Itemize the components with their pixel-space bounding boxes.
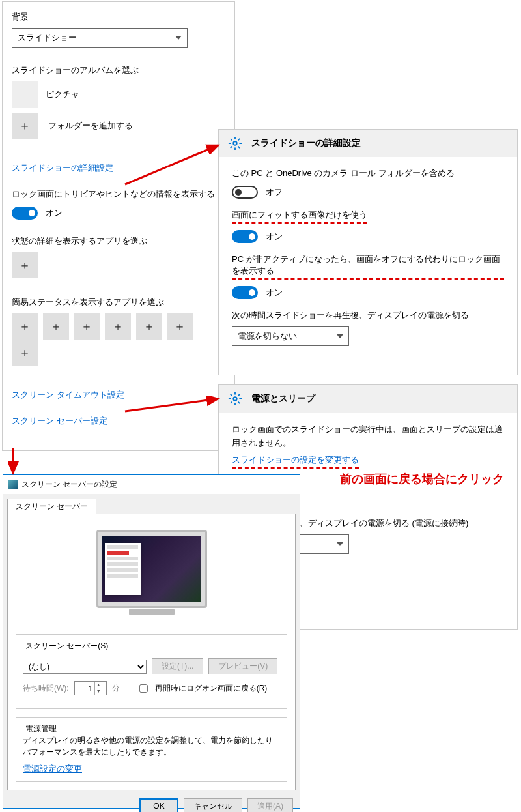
trivia-label: ロック画面にトリビアやヒントなどの情報を表示する [12, 188, 225, 200]
spin-up[interactable]: ▲ [95, 682, 102, 688]
advanced-header: スライドショーの詳細設定 [219, 130, 517, 157]
wait-input[interactable] [75, 682, 94, 695]
add-status-app-1[interactable]: ＋ [12, 313, 38, 340]
power-title: 電源とスリープ [251, 393, 315, 405]
add-status-app-5[interactable]: ＋ [136, 313, 162, 340]
svg-point-0 [233, 141, 237, 145]
album-thumbnail[interactable] [12, 81, 38, 108]
monitor-preview [96, 530, 207, 608]
opt2-state: オン [266, 231, 283, 242]
opt1-toggle[interactable] [232, 186, 258, 199]
change-slideshow-link[interactable]: スライドショーの設定を変更する [232, 454, 359, 469]
opt2-label: 画面にフィットする画像だけを使う [232, 209, 367, 224]
wait-spinner[interactable]: ▲▼ [74, 681, 107, 695]
opt2-toggle[interactable] [232, 230, 258, 243]
spin-down[interactable]: ▼ [95, 688, 102, 695]
background-value: スライドショー [18, 32, 77, 44]
album-label: スライドショーのアルバムを選ぶ [12, 65, 225, 76]
simple-status-label: 簡易ステータスを表示するアプリを選ぶ [12, 297, 225, 308]
apps-label: 状態の詳細を表示するアプリを選ぶ [12, 235, 225, 247]
opt4-dropdown[interactable]: 電源を切らない [232, 326, 349, 346]
power-header: 電源とスリープ [219, 385, 517, 413]
chevron-down-icon [337, 542, 343, 546]
apply-button[interactable]: 適用(A) [247, 798, 293, 812]
power-note: ロック画面でのスライドショーの実行中は、画面とスリープの設定は適用されません。 [232, 423, 504, 450]
pm-title: 電源管理 [23, 723, 59, 734]
screen-saver-link[interactable]: スクリーン セーバー設定 [12, 415, 225, 427]
opt1-label: この PC と OneDrive のカメラ ロール フォルダーを含める [232, 167, 504, 179]
background-label: 背景 [12, 11, 225, 23]
settings-button[interactable]: 設定(T)... [152, 658, 203, 674]
add-status-app-7[interactable]: ＋ [12, 340, 38, 366]
wait-unit: 分 [112, 683, 120, 694]
pm-link[interactable]: 電源設定の変更 [23, 764, 82, 774]
svg-point-1 [233, 397, 237, 401]
resume-label: 再開時にログオン画面に戻る(R) [155, 683, 268, 694]
opt3-toggle[interactable] [232, 286, 258, 299]
opt1-state: オフ [266, 186, 283, 198]
opt3-state: オン [266, 287, 283, 298]
wait-label: 待ち時間(W): [23, 683, 69, 694]
slideshow-advanced-link[interactable]: スライドショーの詳細設定 [12, 162, 225, 174]
add-status-app-4[interactable]: ＋ [105, 313, 131, 340]
album-item-label: ピクチャ [46, 89, 79, 100]
ok-button[interactable]: OK [139, 798, 178, 812]
trivia-toggle[interactable] [12, 207, 38, 220]
add-status-app-6[interactable]: ＋ [167, 313, 193, 340]
add-app-button[interactable]: ＋ [12, 252, 38, 278]
gear-icon [228, 136, 242, 151]
red-annotation: 前の画面に戻る場合にクリック [340, 472, 504, 486]
advanced-title: スライドショーの詳細設定 [251, 138, 361, 149]
tab-screensaver[interactable]: スクリーン セーバー [7, 499, 96, 514]
add-status-app-3[interactable]: ＋ [74, 313, 100, 340]
background-dropdown[interactable]: スライドショー [12, 28, 188, 48]
opt4-label: 次の時間スライドショーを再生後、ディスプレイの電源を切る [232, 310, 504, 321]
pm-text: ディスプレイの明るさや他の電源の設定を調整して、電力を節約したりパフォーマンスを… [23, 734, 280, 758]
resume-checkbox[interactable] [139, 684, 148, 693]
opt4-value: 電源を切らない [238, 330, 297, 342]
add-folder-label: フォルダーを追加する [48, 120, 133, 132]
gear-icon [228, 392, 242, 406]
saver-group-title: スクリーン セーバー(S) [23, 641, 111, 652]
dialog-icon [8, 480, 18, 489]
chevron-down-icon [337, 334, 343, 338]
trivia-toggle-state: オン [46, 207, 63, 219]
chevron-down-icon [175, 36, 182, 40]
dialog-titlebar: スクリーン セーバーの設定 [3, 475, 300, 494]
preview-button[interactable]: プレビュー(V) [208, 658, 277, 674]
cancel-button[interactable]: キャンセル [184, 798, 242, 812]
saver-select[interactable]: (なし) [23, 660, 147, 674]
arrow-3 [8, 447, 21, 478]
screen-timeout-link[interactable]: スクリーン タイムアウト設定 [12, 389, 225, 401]
dialog-title: スクリーン セーバーの設定 [21, 479, 117, 490]
add-folder-button[interactable]: ＋ [12, 113, 38, 139]
opt3-label: PC が非アクティブになったら、画面をオフにする代わりにロック画面を表示する [232, 254, 504, 280]
add-status-app-2[interactable]: ＋ [43, 313, 69, 340]
